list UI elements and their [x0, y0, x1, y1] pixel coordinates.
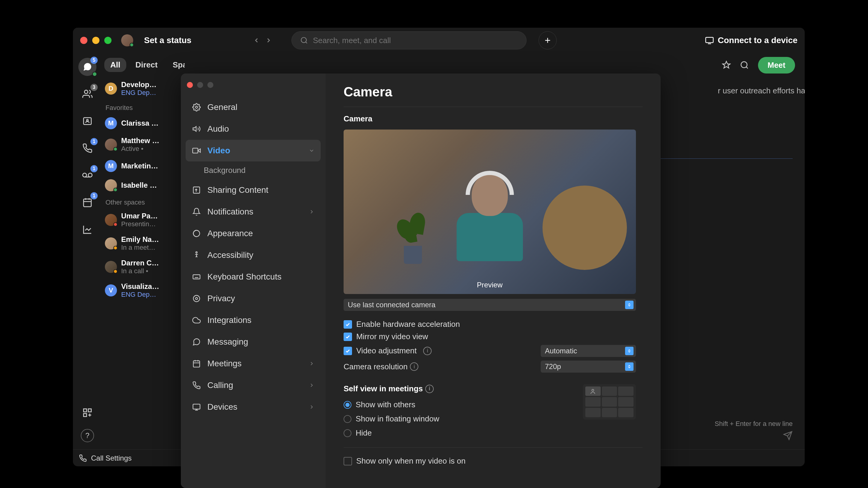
settings-item-devices[interactable]: Devices — [186, 396, 321, 418]
list-item[interactable]: Umar Pa… Presentin… — [102, 208, 185, 232]
radio-hide[interactable]: Hide — [344, 426, 571, 440]
settings-item-messaging[interactable]: Messaging — [186, 331, 321, 353]
settings-item-keyboard-shortcuts[interactable]: Keyboard Shortcuts — [186, 266, 321, 288]
settings-item-accessibility[interactable]: Accessibility — [186, 244, 321, 266]
status-button[interactable]: Set a status — [144, 36, 191, 45]
checkbox-hw-accel[interactable]: Enable hardware acceleration — [344, 318, 643, 330]
settings-item-calling[interactable]: Calling — [186, 375, 321, 396]
rail-voicemail[interactable]: 1 — [79, 166, 96, 184]
rail-teams[interactable]: 3 — [79, 85, 96, 103]
resolution-label: Camera resolution — [344, 362, 407, 371]
video-adj-select[interactable]: Automatic — [541, 345, 636, 357]
settings-subitem-background[interactable]: Background — [186, 161, 321, 179]
rail-calls[interactable]: 1 — [79, 139, 96, 157]
search-box[interactable] — [291, 31, 527, 50]
search-chat-icon[interactable] — [740, 61, 749, 70]
settings-item-meetings[interactable]: Meetings — [186, 353, 321, 375]
select-arrows-icon — [625, 347, 633, 355]
checkbox-icon — [344, 457, 352, 465]
nav-back[interactable] — [252, 36, 261, 45]
settings-item-notifications[interactable]: Notifications — [186, 201, 321, 223]
close-window[interactable] — [80, 37, 87, 44]
apps-icon — [82, 408, 93, 418]
settings-item-privacy[interactable]: Privacy — [186, 288, 321, 310]
send-button[interactable] — [783, 431, 793, 441]
checkbox-mirror[interactable]: Mirror my video view — [344, 330, 643, 343]
avatar — [105, 261, 117, 273]
checkbox-show-only[interactable]: Show only when my video is on — [344, 455, 643, 467]
messaging-badge: 5 — [90, 57, 98, 64]
resolution-select[interactable]: 720p — [541, 361, 636, 372]
call-settings-link[interactable]: Call Settings — [91, 454, 132, 462]
tab-direct[interactable]: Direct — [129, 58, 164, 72]
chevron-right-icon — [309, 404, 315, 410]
checkbox-video-adj[interactable]: Video adjustment i — [344, 345, 432, 357]
phone-icon — [192, 381, 201, 390]
avatar: M — [105, 160, 117, 172]
select-arrows-icon — [625, 362, 633, 371]
svg-rect-8 — [84, 409, 87, 412]
grid-self-cell — [585, 387, 601, 396]
settings-content: Camera Camera Preview Use last connected… — [326, 73, 661, 488]
rail-meetings[interactable]: 1 — [79, 193, 96, 212]
avatar — [105, 214, 117, 226]
pin-icon[interactable] — [722, 61, 731, 70]
nav-arrows — [252, 36, 273, 45]
minimize-window[interactable] — [92, 37, 99, 44]
checkbox-icon — [344, 332, 352, 341]
radio-floating[interactable]: Show in floating window — [344, 412, 571, 426]
presence-dot — [92, 72, 97, 76]
list-item[interactable]: Darren C… In a call • — [102, 255, 185, 279]
list-item[interactable]: M Clarissa … — [102, 113, 185, 133]
rail-messaging[interactable]: 5 — [79, 58, 96, 76]
chevron-down-icon — [309, 148, 315, 154]
list-item[interactable]: Emily Na… In a meet… — [102, 232, 185, 255]
meet-button[interactable]: Meet — [758, 57, 795, 73]
list-item[interactable]: Matthew … Active • — [102, 133, 185, 156]
conversation-panel: All Direct Spaces D Develop… ENG Dep… Fa… — [102, 53, 185, 450]
chevron-right-icon — [309, 382, 315, 388]
tab-spaces[interactable]: Spaces — [167, 58, 185, 72]
modal-close[interactable] — [187, 82, 193, 88]
chevron-right-icon — [309, 361, 315, 367]
checkbox-icon — [344, 347, 352, 355]
new-button[interactable] — [538, 31, 557, 50]
rail-activity[interactable] — [79, 221, 96, 238]
nav-forward[interactable] — [264, 36, 273, 45]
settings-item-appearance[interactable]: Appearance — [186, 223, 321, 244]
connect-device-button[interactable]: Connect to a device — [705, 36, 798, 45]
radio-show-with-others[interactable]: Show with others — [344, 398, 571, 412]
info-icon[interactable]: i — [423, 347, 432, 355]
rail-apps[interactable] — [79, 404, 96, 422]
settings-item-integrations[interactable]: Integrations — [186, 310, 321, 331]
svg-point-19 — [195, 298, 198, 300]
avatar — [105, 138, 117, 151]
calls-badge: 1 — [90, 138, 98, 145]
settings-item-general[interactable]: General — [186, 96, 321, 118]
settings-item-sharing-content[interactable]: Sharing Content — [186, 179, 321, 201]
camera-select[interactable]: Use last connected camera — [344, 299, 636, 311]
maximize-window[interactable] — [104, 37, 112, 44]
modal-maximize — [207, 82, 213, 88]
list-item[interactable]: D Develop… ENG Dep… — [102, 77, 185, 100]
rail-contacts[interactable] — [79, 112, 96, 130]
user-avatar[interactable] — [121, 34, 133, 46]
search-input[interactable] — [313, 36, 518, 45]
list-item[interactable]: M Marketin… — [102, 156, 185, 175]
info-icon[interactable]: i — [410, 362, 418, 371]
info-icon[interactable]: i — [425, 385, 434, 393]
tab-all[interactable]: All — [104, 58, 126, 72]
preview-label: Preview — [477, 281, 502, 289]
avatar: D — [105, 83, 117, 95]
section-favorites: Favorites — [102, 100, 185, 113]
self-view-label: Self view in meetings — [344, 384, 423, 393]
svg-rect-13 — [193, 148, 198, 153]
list-item[interactable]: V Visualiza… ENG Dep… — [102, 279, 185, 302]
settings-item-audio[interactable]: Audio — [186, 118, 321, 140]
settings-item-video[interactable]: Video — [186, 140, 321, 161]
svg-point-22 — [592, 389, 594, 391]
list-item[interactable]: Isabelle … — [102, 175, 185, 195]
help-button[interactable]: ? — [81, 429, 94, 442]
svg-point-11 — [741, 62, 747, 68]
section-other: Other spaces — [102, 195, 185, 208]
